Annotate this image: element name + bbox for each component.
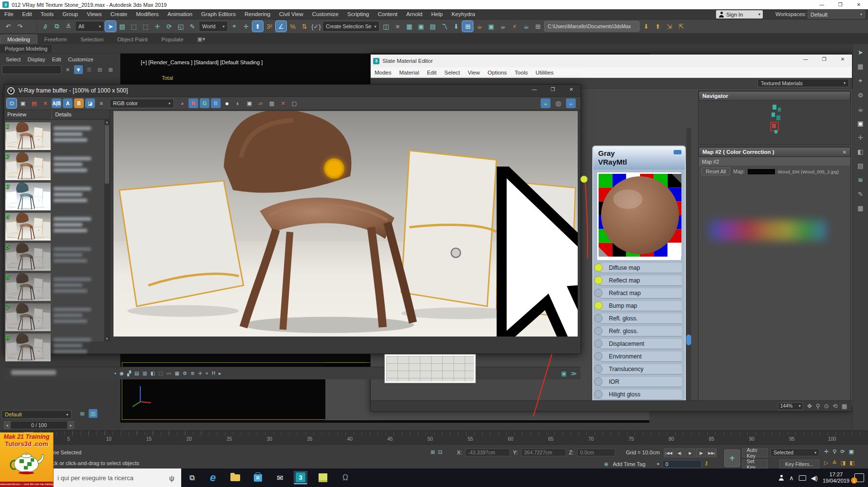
window-control-button[interactable]: — <box>812 0 831 9</box>
history-thumbnail[interactable] <box>5 334 51 361</box>
node-view-scrollbar[interactable] <box>686 128 691 407</box>
map-swatch[interactable] <box>748 169 775 174</box>
utilities-tab-icon[interactable]: ▣ <box>857 120 863 127</box>
history-row[interactable]: 6 <box>5 273 105 301</box>
panel-icon-10[interactable]: ≋ <box>858 176 863 184</box>
render-icon[interactable]: ☕ <box>566 98 576 108</box>
collapse-icon[interactable]: ⊟ <box>95 65 104 74</box>
load-image-icon[interactable]: ▱ <box>256 98 265 108</box>
menu-item[interactable]: Civil View <box>275 11 308 17</box>
menu-item[interactable]: Rendering <box>240 11 275 17</box>
selection-filter-dropdown[interactable]: All <box>75 21 104 32</box>
window-control-button[interactable]: ❐ <box>831 0 849 9</box>
select-by-name-icon[interactable]: ▤ <box>117 21 128 32</box>
schematic-view-icon[interactable]: 〽 <box>439 21 450 32</box>
vfb-foot-icon[interactable]: ▸ <box>219 371 221 376</box>
vfb-foot-icon[interactable]: ▦ <box>175 371 179 376</box>
map-slot-connector-icon[interactable] <box>594 314 603 322</box>
map-slot[interactable]: Diffuse map <box>598 263 682 273</box>
map-slot-connector-icon[interactable] <box>594 390 603 398</box>
menu-item[interactable]: Help <box>427 11 447 17</box>
menu-item[interactable]: Group <box>58 11 82 17</box>
sme-menu-item[interactable]: Edit <box>423 70 440 75</box>
store-icon[interactable]: ⊞ <box>251 471 264 484</box>
history-row[interactable]: 1 <box>5 122 105 150</box>
go-to-start-button[interactable]: |◀◀ <box>664 449 674 457</box>
map-slot[interactable]: Refr. gloss. <box>598 326 682 337</box>
snaps-toggle-icon[interactable]: ⬆ <box>252 21 263 32</box>
isolate-selection-icon[interactable]: ⊞ <box>431 449 435 455</box>
map-slot-connector-icon[interactable] <box>594 377 603 386</box>
map-slot-connector-icon[interactable] <box>594 365 603 373</box>
select-link-icon[interactable]: ∂ <box>40 21 51 32</box>
menu-item[interactable]: Animation <box>163 11 197 17</box>
sme-menu-item[interactable]: Material <box>396 70 423 75</box>
frame-value[interactable]: 0 / 100 <box>10 421 68 429</box>
sign-in-button[interactable]: Sign In ▾ <box>716 10 763 19</box>
sme-window-control[interactable]: — <box>796 55 815 67</box>
history-thumbnail[interactable] <box>5 183 51 210</box>
map-slot-connector-icon[interactable] <box>594 263 603 272</box>
viewport-label[interactable]: [+] [Render_Camera ] [Standard] [Default… <box>141 59 263 65</box>
render-history-clear-icon[interactable]: ✕ <box>40 98 50 108</box>
angle-snap-icon[interactable]: ∠ <box>276 21 286 32</box>
rectangular-selection-icon[interactable]: ⬚ <box>129 21 139 32</box>
frame-next-button[interactable]: ▸ <box>68 421 74 429</box>
menu-item[interactable]: File <box>0 11 18 17</box>
key-mode-icon[interactable]: ⚷ <box>704 460 708 467</box>
history-scrollbar[interactable]: ▲ ▼ <box>104 120 110 341</box>
vfb-foot-icon[interactable]: ▞ <box>127 371 131 376</box>
sme-menu-item[interactable]: Options <box>484 70 511 75</box>
window-control-button[interactable]: ✕ <box>849 0 868 9</box>
panel-icon-12[interactable]: ▦ <box>857 205 863 212</box>
pan-icon[interactable]: ✥ <box>807 403 812 410</box>
preview-column-header[interactable]: Preview <box>4 110 29 119</box>
key-filters-button[interactable]: Key Filters... <box>779 460 819 468</box>
menu-item[interactable]: Content <box>374 11 402 17</box>
node-minimize-icon[interactable] <box>674 150 681 154</box>
navigator-minimap[interactable] <box>698 101 849 144</box>
ribbon-tab[interactable]: Selection <box>74 35 110 44</box>
map-slot-connector-icon[interactable] <box>594 352 603 360</box>
reset-all-button[interactable]: Reset All <box>701 168 730 175</box>
zoom-extents-icon[interactable]: ⟲ <box>833 403 838 410</box>
polygon-modeling-panel[interactable]: Polygon Modeling <box>0 45 53 53</box>
navigator-header[interactable]: Navigator <box>698 91 850 101</box>
use-pivot-point-icon[interactable]: ⌖ <box>229 21 240 32</box>
material-preview-sphere[interactable] <box>597 172 681 260</box>
render-last-icon[interactable]: ☕ <box>541 98 550 108</box>
sticky-notes-icon[interactable] <box>317 471 329 484</box>
panel-icon-7[interactable]: ✛ <box>858 134 863 141</box>
snap-3d-icon[interactable]: 3² <box>264 21 275 32</box>
field-of-view-icon[interactable]: ◨ <box>841 460 846 466</box>
hierarchy-tab-icon[interactable]: ⌖ <box>859 77 862 85</box>
spinner-snap-icon[interactable]: ⇅ <box>299 21 310 32</box>
map-slot[interactable]: Translucency <box>598 364 682 375</box>
expand-icon[interactable]: ⊞ <box>106 65 115 74</box>
set-keys-button[interactable]: + <box>724 450 740 467</box>
mirror-icon[interactable]: ◫ <box>380 21 391 32</box>
explorer-menu-item[interactable]: Select <box>3 56 24 62</box>
tray-chevron-icon[interactable]: ∧ <box>789 474 794 482</box>
previous-frame-button[interactable]: ◀| <box>675 449 684 457</box>
select-and-scale-icon[interactable]: ◱ <box>175 21 186 32</box>
map-slot-connector-icon[interactable] <box>594 289 603 297</box>
map-slot[interactable]: Reflect map <box>598 276 682 286</box>
sme-menu-item[interactable]: Select <box>440 70 464 75</box>
ribbon-tab[interactable]: Freeform <box>38 35 74 44</box>
menu-item[interactable]: Keyhydra <box>447 11 480 17</box>
sme-material-filter-dropdown[interactable]: Textured Materials <box>757 79 849 87</box>
zoom-region-icon[interactable]: ≙ <box>832 460 836 466</box>
history-thumbnail[interactable] <box>5 122 51 150</box>
blue-channel-icon[interactable]: B <box>211 98 221 108</box>
panel-icon-8[interactable]: ◧ <box>857 148 863 155</box>
current-frame-field[interactable]: 0 <box>662 460 701 468</box>
sme-menu-item[interactable]: Utilities <box>531 70 557 75</box>
utilities-icon[interactable]: ⬇ <box>451 21 461 32</box>
reference-coordinate-dropdown[interactable]: World <box>199 21 228 32</box>
map2-name-field[interactable]: Map #2 <box>699 157 850 166</box>
vfb-foot-icon[interactable]: ▤ <box>134 371 139 376</box>
project-folder-path[interactable]: C:\Users\Marcello\Documents\3dsMax <box>544 21 640 32</box>
preset-dropdown[interactable]: Default <box>1 410 72 419</box>
pan-view-icon[interactable]: ✛ <box>824 449 829 455</box>
